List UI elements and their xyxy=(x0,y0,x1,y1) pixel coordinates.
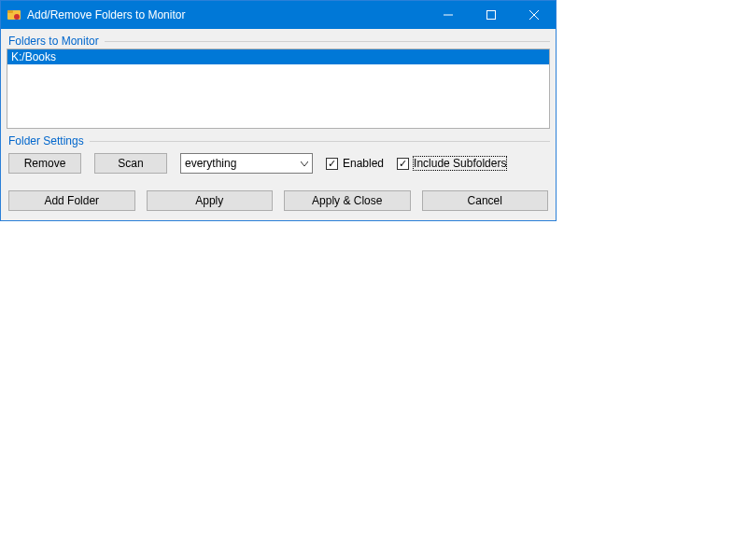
svg-line-5 xyxy=(529,10,539,20)
minimize-button[interactable] xyxy=(427,1,470,29)
close-button[interactable] xyxy=(513,1,556,29)
window-title: Add/Remove Folders to Monitor xyxy=(27,8,427,21)
add-folder-button[interactable]: Add Folder xyxy=(8,190,135,211)
list-item[interactable]: K:/Books xyxy=(7,49,549,64)
app-icon xyxy=(7,7,21,22)
folders-group-label: Folders to Monitor xyxy=(7,35,550,48)
filter-select[interactable]: everything xyxy=(180,153,313,174)
chevron-down-icon xyxy=(301,157,308,170)
settings-row: Remove Scan everything ✓ Enabled ✓ Inclu… xyxy=(7,148,550,175)
action-row: Add Folder Apply Apply & Close Cancel xyxy=(7,181,550,213)
filter-select-value: everything xyxy=(185,157,236,170)
svg-rect-1 xyxy=(7,10,13,13)
dialog-window: Add/Remove Folders to Monitor Folders to… xyxy=(0,0,557,221)
cancel-button[interactable]: Cancel xyxy=(422,190,549,211)
settings-group: Folder Settings Remove Scan everything ✓… xyxy=(7,134,550,175)
checkbox-box: ✓ xyxy=(397,158,409,170)
maximize-button[interactable] xyxy=(470,1,513,29)
apply-close-button[interactable]: Apply & Close xyxy=(284,190,411,211)
svg-line-6 xyxy=(529,10,539,20)
dialog-content: Folders to Monitor K:/Books Folder Setti… xyxy=(1,29,556,220)
remove-button[interactable]: Remove xyxy=(8,153,81,174)
enabled-label: Enabled xyxy=(343,157,384,170)
apply-button[interactable]: Apply xyxy=(147,190,274,211)
include-subfolders-checkbox[interactable]: ✓ Include Subfolders xyxy=(397,157,506,170)
include-subfolders-label: Include Subfolders xyxy=(414,157,506,170)
svg-rect-4 xyxy=(487,11,496,20)
enabled-checkbox[interactable]: ✓ Enabled xyxy=(326,157,384,170)
titlebar: Add/Remove Folders to Monitor xyxy=(1,1,556,29)
window-controls xyxy=(427,1,556,29)
folders-group: Folders to Monitor K:/Books xyxy=(7,35,550,129)
settings-group-label: Folder Settings xyxy=(7,134,550,147)
checkbox-box: ✓ xyxy=(326,158,338,170)
folders-list[interactable]: K:/Books xyxy=(7,49,550,129)
svg-point-2 xyxy=(14,14,20,20)
scan-button[interactable]: Scan xyxy=(94,153,167,174)
